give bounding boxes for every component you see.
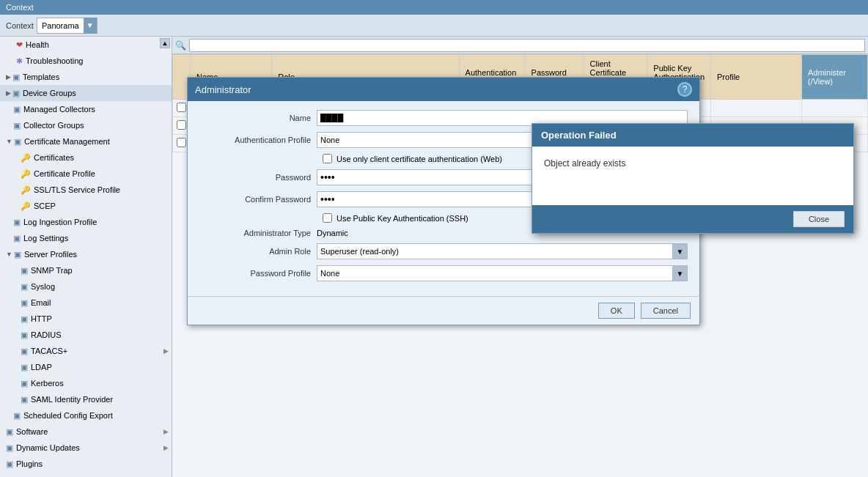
sidebar-item-syslog-label: Syslog <box>31 280 55 293</box>
context-bar: Context Panorama ▼ <box>0 15 868 37</box>
sidebar-item-server-profiles-label: Server Profiles <box>24 248 77 261</box>
http-icon: ▣ <box>21 312 28 325</box>
search-input[interactable] <box>189 39 865 52</box>
use-client-cert-label: Use only client certificate authenticati… <box>336 155 502 163</box>
sidebar-item-scheduled-config[interactable]: ▣ Scheduled Config Export <box>0 407 172 424</box>
sidebar-item-cert-management-label: Certificate Management <box>24 135 110 148</box>
admin-type-label: Administrator Type <box>199 229 317 237</box>
sidebar-item-certificates-label: Certificates <box>34 151 74 164</box>
sidebar-item-cloud-services-label: Cloud Services <box>24 473 78 477</box>
device-groups-toggle-icon: ▶ <box>6 86 11 100</box>
sidebar-item-device-groups[interactable]: ▶ ▣ Device Groups <box>0 85 172 101</box>
cert-mgmt-icon: ▣ <box>14 135 21 148</box>
sidebar-item-saml[interactable]: ▣ SAML Identity Provider <box>0 391 172 407</box>
dialog-help-icon[interactable]: ? <box>677 82 692 97</box>
sidebar-item-troubleshooting-label: Troubleshooting <box>26 54 83 67</box>
sidebar-item-managed-collectors-label: Managed Collectors <box>23 103 95 116</box>
context-dropdown-arrow[interactable]: ▼ <box>84 18 97 34</box>
admin-role-value: Superuser (read-only) <box>317 245 672 257</box>
tacacs-icon: ▣ <box>21 344 28 358</box>
ok-button[interactable]: OK <box>598 303 635 319</box>
sidebar-item-log-settings-label: Log Settings <box>23 232 68 245</box>
use-public-key-checkbox[interactable] <box>323 213 332 223</box>
sidebar-item-dynamic-updates-label: Dynamic Updates <box>16 441 80 454</box>
templates-toggle-icon: ▶ <box>6 70 11 84</box>
syslog-icon: ▣ <box>21 280 28 293</box>
sidebar-item-collector-groups-label: Collector Groups <box>23 119 84 132</box>
context-select-wrapper[interactable]: Panorama ▼ <box>37 18 98 34</box>
snmp-icon: ▣ <box>21 264 28 277</box>
sidebar-item-collector-groups[interactable]: ▣ Collector Groups <box>0 117 172 133</box>
main-layout: ▲ ❤ Health ✱ Troubleshooting ▶ ▣ Templat… <box>0 37 868 477</box>
sidebar-item-server-profiles[interactable]: ▼ ▣ Server Profiles <box>0 246 172 262</box>
sidebar-item-scep[interactable]: 🔑 SCEP <box>0 198 172 214</box>
troubleshooting-icon: ✱ <box>16 54 23 67</box>
sidebar-item-cert-profile[interactable]: 🔑 Certificate Profile <box>0 166 172 182</box>
cert-mgmt-toggle-icon: ▼ <box>6 135 12 148</box>
sidebar-item-kerberos[interactable]: ▣ Kerberos <box>0 375 172 391</box>
software-icon: ▣ <box>6 425 13 438</box>
sidebar-item-http[interactable]: ▣ HTTP <box>0 311 172 327</box>
plugins-icon: ▣ <box>6 457 13 470</box>
col-access-domain: Administer (/View) <box>802 55 868 100</box>
cancel-button[interactable]: Cancel <box>641 303 691 319</box>
sidebar: ▲ ❤ Health ✱ Troubleshooting ▶ ▣ Templat… <box>0 37 172 477</box>
sidebar-item-ssl-tls[interactable]: 🔑 SSL/TLS Service Profile <box>0 182 172 198</box>
sidebar-item-health[interactable]: ❤ Health <box>0 37 172 53</box>
scheduled-config-icon: ▣ <box>13 409 21 422</box>
close-button[interactable]: Close <box>793 211 845 227</box>
admin-dialog-titlebar: Administrator ? <box>188 78 699 101</box>
admin-role-dropdown-btn[interactable]: ▼ <box>672 244 687 259</box>
sidebar-item-email-label: Email <box>31 296 51 309</box>
sidebar-item-certificates[interactable]: 🔑 Certificates <box>0 149 172 166</box>
context-label: Context <box>6 21 34 30</box>
sidebar-item-troubleshooting[interactable]: ✱ Troubleshooting <box>0 53 172 69</box>
templates-icon: ▣ <box>12 70 20 84</box>
confirm-password-label: Confirm Password <box>199 195 317 204</box>
kerberos-icon: ▣ <box>21 377 28 390</box>
sidebar-item-tacacs[interactable]: ▣ TACACS+ ▶ <box>0 343 172 359</box>
scep-icon: 🔑 <box>21 199 31 212</box>
sidebar-item-dynamic-updates[interactable]: ▣ Dynamic Updates ▶ <box>0 440 172 456</box>
sidebar-item-cert-profile-label: Certificate Profile <box>34 167 95 180</box>
password-profile-value: None <box>317 267 672 279</box>
dynamic-updates-icon: ▣ <box>6 441 13 454</box>
sidebar-item-email[interactable]: ▣ Email <box>0 295 172 311</box>
admin-dialog-title: Administrator <box>195 84 251 95</box>
sidebar-item-software[interactable]: ▣ Software ▶ <box>0 424 172 440</box>
sidebar-item-radius[interactable]: ▣ RADIUS <box>0 327 172 343</box>
row1-profile <box>711 100 802 117</box>
server-profiles-icon: ▣ <box>14 248 21 261</box>
cert-profile-icon: 🔑 <box>21 167 31 180</box>
sidebar-item-ldap[interactable]: ▣ LDAP <box>0 359 172 375</box>
sidebar-scroll-up[interactable]: ▲ <box>160 38 170 48</box>
sidebar-item-plugins[interactable]: ▣ Plugins <box>0 456 172 472</box>
sidebar-item-radius-label: RADIUS <box>31 328 62 341</box>
content-area: 🔍 Name Role Authentication Profile Passw… <box>172 37 868 477</box>
sidebar-item-saml-label: SAML Identity Provider <box>31 393 113 406</box>
admin-dialog-footer: OK Cancel <box>188 296 699 325</box>
email-icon: ▣ <box>21 296 28 309</box>
admin-role-label: Admin Role <box>199 247 317 256</box>
sidebar-item-templates[interactable]: ▶ ▣ Templates <box>0 69 172 85</box>
admin-role-select[interactable]: Superuser (read-only) ▼ <box>317 243 688 259</box>
sidebar-item-cert-management[interactable]: ▼ ▣ Certificate Management <box>0 133 172 149</box>
sidebar-item-snmp-trap[interactable]: ▣ SNMP Trap <box>0 262 172 278</box>
sidebar-item-syslog[interactable]: ▣ Syslog <box>0 278 172 295</box>
search-icon: 🔍 <box>175 40 186 51</box>
sidebar-item-http-label: HTTP <box>31 312 52 325</box>
sidebar-item-ldap-label: LDAP <box>31 360 52 374</box>
op-failed-titlebar: Operation Failed <box>532 124 853 147</box>
password-profile-dropdown-btn[interactable]: ▼ <box>672 266 687 281</box>
op-failed-body: Object already exists <box>532 147 853 205</box>
sidebar-item-managed-collectors[interactable]: ▣ Managed Collectors <box>0 101 172 117</box>
sidebar-item-log-ingestion[interactable]: ▣ Log Ingestion Profile <box>0 214 172 230</box>
sidebar-item-log-settings[interactable]: ▣ Log Settings <box>0 230 172 246</box>
log-ingestion-icon: ▣ <box>13 215 21 229</box>
password-label: Password <box>199 173 317 182</box>
use-client-cert-checkbox[interactable] <box>323 154 332 163</box>
sidebar-item-cloud-services[interactable]: ▼ ▣ Cloud Services <box>0 472 172 477</box>
sidebar-item-kerberos-label: Kerberos <box>31 377 64 390</box>
password-profile-select[interactable]: None ▼ <box>317 265 688 281</box>
use-public-key-label: Use Public Key Authentication (SSH) <box>336 214 468 223</box>
